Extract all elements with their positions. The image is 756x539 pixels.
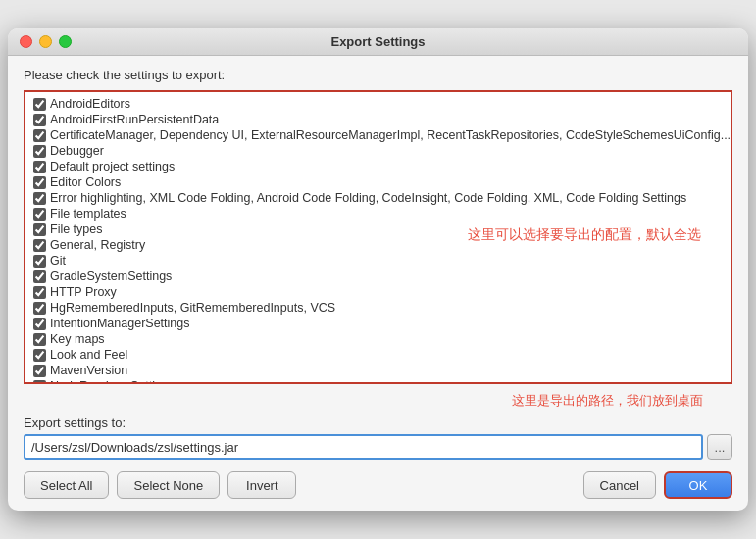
export-path-row: ... xyxy=(24,434,732,460)
settings-item-label: Look and Feel xyxy=(50,348,127,362)
settings-item-label: HgRememberedInputs, GitRememberedInputs,… xyxy=(50,301,335,315)
minimize-button-icon[interactable] xyxy=(39,35,52,48)
settings-item-label: Default project settings xyxy=(50,160,175,173)
list-item: Editor Colors xyxy=(25,174,731,190)
settings-checkbox[interactable] xyxy=(33,223,46,236)
list-item: Default project settings xyxy=(25,159,731,174)
settings-item-label: IntentionManagerSettings xyxy=(50,317,189,330)
settings-checkbox[interactable] xyxy=(33,333,46,346)
titlebar: Export Settings xyxy=(8,28,748,56)
list-item: General, Registry xyxy=(25,237,731,253)
list-item: Debugger xyxy=(25,143,731,159)
settings-checkbox[interactable] xyxy=(33,286,46,299)
settings-list-container[interactable]: AndroidEditorsAndroidFirstRunPersistentD… xyxy=(24,90,732,384)
settings-item-label: Git xyxy=(50,254,66,268)
list-item: Error highlighting, XML Code Folding, An… xyxy=(25,190,731,206)
main-content: Please check the settings to export: And… xyxy=(8,56,748,511)
list-item: Key maps xyxy=(25,331,731,347)
export-settings-window: Export Settings Please check the setting… xyxy=(8,28,748,511)
list-item: AndroidEditors xyxy=(25,96,731,112)
settings-checkbox[interactable] xyxy=(33,302,46,315)
close-button-icon[interactable] xyxy=(20,35,32,48)
settings-item-label: AndroidFirstRunPersistentData xyxy=(50,113,219,126)
settings-item-label: Editor Colors xyxy=(50,175,121,189)
settings-checkbox[interactable] xyxy=(33,349,46,362)
settings-checkbox[interactable] xyxy=(33,145,46,158)
settings-checkbox[interactable] xyxy=(33,208,46,220)
settings-checkbox[interactable] xyxy=(33,380,46,385)
select-none-button[interactable]: Select None xyxy=(117,471,220,499)
export-path-input[interactable] xyxy=(24,434,703,460)
list-item: NodeRendererSettings xyxy=(25,378,731,384)
right-buttons: Cancel OK xyxy=(583,471,732,499)
settings-item-label: General, Registry xyxy=(50,238,145,252)
left-buttons: Select All Select None Invert xyxy=(24,471,296,499)
settings-checkbox[interactable] xyxy=(33,270,46,283)
settings-checkbox[interactable] xyxy=(33,365,46,377)
settings-checkbox[interactable] xyxy=(33,318,46,330)
export-path-section: 这里是导出的路径，我们放到桌面 Export settings to: ... xyxy=(24,392,732,460)
instruction-label: Please check the settings to export: xyxy=(24,68,732,82)
settings-item-label: File templates xyxy=(50,207,126,220)
list-item: HTTP Proxy xyxy=(25,284,731,300)
settings-item-label: GradleSystemSettings xyxy=(50,270,172,283)
settings-item-label: File types xyxy=(50,222,103,236)
cancel-button[interactable]: Cancel xyxy=(583,471,656,499)
settings-item-label: Key maps xyxy=(50,332,105,346)
ok-button[interactable]: OK xyxy=(664,471,732,499)
window-title: Export Settings xyxy=(330,34,425,49)
list-item: File types xyxy=(25,221,731,237)
settings-checkbox[interactable] xyxy=(33,114,46,126)
invert-button[interactable]: Invert xyxy=(227,471,296,499)
settings-item-label: AndroidEditors xyxy=(50,97,130,111)
settings-item-label: Error highlighting, XML Code Folding, An… xyxy=(50,191,686,205)
list-item: GradleSystemSettings xyxy=(25,269,731,284)
list-item: HgRememberedInputs, GitRememberedInputs,… xyxy=(25,300,731,316)
maximize-button-icon[interactable] xyxy=(59,35,72,48)
traffic-lights xyxy=(20,35,72,48)
settings-checkbox[interactable] xyxy=(33,239,46,252)
list-item: MavenVersion xyxy=(25,363,731,378)
settings-item-label: CertificateManager, Dependency UI, Exter… xyxy=(50,128,731,142)
path-annotation: 这里是导出的路径，我们放到桌面 xyxy=(24,392,732,410)
browse-button[interactable]: ... xyxy=(707,434,732,460)
settings-checkbox[interactable] xyxy=(33,129,46,142)
settings-item-label: MavenVersion xyxy=(50,364,127,377)
list-item: CertificateManager, Dependency UI, Exter… xyxy=(25,127,731,143)
list-item: IntentionManagerSettings xyxy=(25,316,731,331)
settings-checkbox[interactable] xyxy=(33,176,46,189)
settings-item-label: HTTP Proxy xyxy=(50,285,117,299)
settings-checkbox[interactable] xyxy=(33,161,46,173)
settings-checkbox[interactable] xyxy=(33,255,46,268)
settings-list: AndroidEditorsAndroidFirstRunPersistentD… xyxy=(25,96,731,384)
list-item: Git xyxy=(25,253,731,269)
select-all-button[interactable]: Select All xyxy=(24,471,109,499)
button-row: Select All Select None Invert Cancel OK xyxy=(24,471,732,499)
settings-checkbox[interactable] xyxy=(33,98,46,111)
settings-item-label: Debugger xyxy=(50,144,104,158)
settings-item-label: NodeRendererSettings xyxy=(50,379,175,384)
list-item: Look and Feel xyxy=(25,347,731,363)
list-item: AndroidFirstRunPersistentData xyxy=(25,112,731,127)
settings-checkbox[interactable] xyxy=(33,192,46,205)
export-path-label: Export settings to: xyxy=(24,416,732,430)
list-item: File templates xyxy=(25,206,731,221)
